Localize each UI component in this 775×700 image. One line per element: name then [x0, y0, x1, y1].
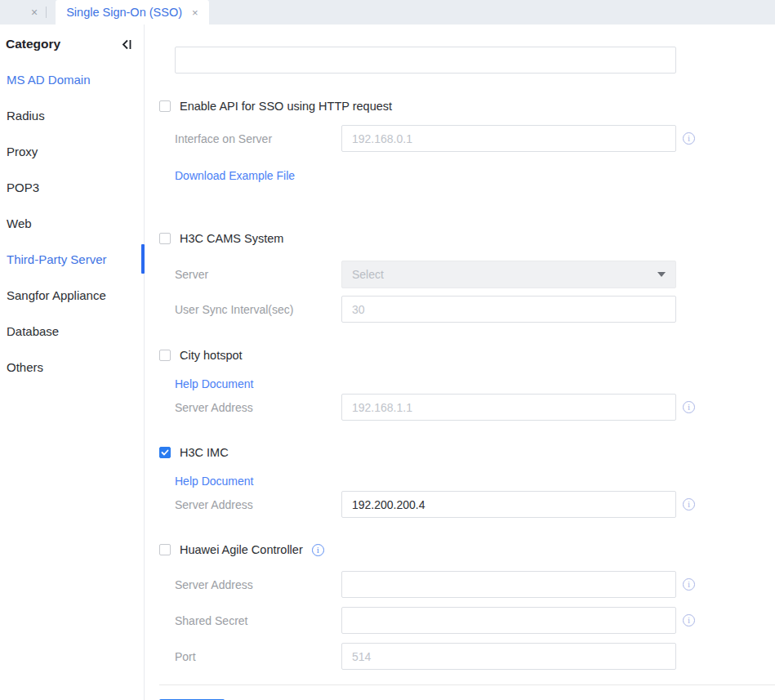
interface-on-server-label: Interface on Server [175, 132, 341, 145]
tab-bar: × Single Sign-On (SSO) × [0, 0, 775, 25]
city-hotspot-checkbox-row: City hotspot [159, 347, 775, 363]
enable-api-label: Enable API for SSO using HTTP request [180, 100, 392, 113]
huawei-port-row: Port [175, 643, 775, 670]
info-icon[interactable]: i [683, 401, 695, 413]
cams-server-row: Server Select [175, 261, 775, 288]
imc-checkbox[interactable] [159, 447, 171, 458]
sidebar-item-radius[interactable]: Radius [0, 97, 144, 133]
info-icon[interactable]: i [683, 614, 695, 626]
sidebar-item-label: Third-Party Server [7, 252, 107, 266]
sso-settings-form: Enable API for SSO using HTTP request In… [145, 25, 775, 700]
city-hotspot-checkbox[interactable] [159, 350, 171, 361]
download-example-file-link[interactable]: Download Example File [175, 169, 295, 182]
cams-server-select[interactable]: Select [341, 261, 676, 288]
huawei-secret-row: Shared Secret i [175, 607, 775, 634]
huawei-label: Huawei Agile Controller [180, 543, 303, 556]
cams-interval-input[interactable] [341, 296, 676, 323]
cams-label: H3C CAMS System [180, 232, 283, 245]
sidebar-item-label: Web [7, 216, 32, 230]
sidebar-items: MS AD Domain Radius Proxy POP3 Web Third… [0, 61, 144, 385]
info-icon[interactable]: i [312, 544, 324, 556]
city-hotspot-label: City hotspot [180, 349, 243, 362]
sidebar-item-others[interactable]: Others [0, 349, 144, 385]
imc-label: H3C IMC [180, 446, 229, 459]
huawei-port-label: Port [175, 650, 341, 663]
tab-label: Single Sign-On (SSO) [66, 6, 182, 19]
tab-single-sign-on[interactable]: Single Sign-On (SSO) × [56, 0, 208, 25]
cams-checkbox-row: H3C CAMS System [159, 230, 775, 247]
sidebar-item-label: Others [7, 360, 43, 374]
cams-interval-row: User Sync Interval(sec) [175, 296, 775, 323]
imc-address-input[interactable] [341, 491, 676, 518]
collapse-sidebar-icon[interactable] [121, 38, 133, 51]
huawei-checkbox[interactable] [159, 544, 171, 555]
sidebar-title: Category [6, 37, 60, 51]
imc-help-document-link[interactable]: Help Document [175, 475, 254, 488]
sidebar-item-sangfor-appliance[interactable]: Sangfor Appliance [0, 277, 144, 313]
interface-on-server-row: Interface on Server i [175, 125, 775, 152]
cams-server-label: Server [175, 268, 341, 281]
imc-address-label: Server Address [175, 498, 341, 511]
huawei-address-row: Server Address i [175, 571, 775, 598]
cams-checkbox[interactable] [159, 233, 171, 244]
sidebar-item-label: Proxy [7, 145, 38, 158]
huawei-secret-input[interactable] [341, 607, 676, 634]
city-help-document-link[interactable]: Help Document [175, 377, 254, 390]
sidebar-item-proxy[interactable]: Proxy [0, 133, 144, 169]
huawei-address-input[interactable] [341, 571, 676, 598]
sidebar-item-label: POP3 [7, 181, 39, 194]
sidebar-item-label: Database [7, 324, 59, 338]
sidebar-item-web[interactable]: Web [0, 205, 144, 241]
huawei-checkbox-row: Huawei Agile Controller i [159, 542, 775, 558]
enable-api-checkbox[interactable] [159, 100, 171, 112]
city-address-row: Server Address i [175, 394, 775, 421]
sidebar-item-label: Radius [7, 109, 45, 123]
sidebar-item-database[interactable]: Database [0, 313, 144, 349]
imc-address-row: Server Address i [175, 491, 775, 518]
close-icon[interactable]: × [31, 7, 38, 18]
huawei-port-input[interactable] [341, 643, 676, 670]
sidebar-item-pop3[interactable]: POP3 [0, 169, 144, 205]
sidebar-item-label: Sangfor Appliance [7, 288, 106, 302]
huawei-secret-label: Shared Secret [175, 614, 341, 627]
close-icon[interactable]: × [192, 7, 198, 18]
chevron-down-icon [657, 272, 666, 277]
sidebar-item-label: MS AD Domain [7, 73, 91, 87]
top-text-field[interactable] [175, 47, 676, 74]
tab-divider [46, 7, 47, 18]
cams-interval-label: User Sync Interval(sec) [175, 303, 341, 316]
sidebar-item-ms-ad-domain[interactable]: MS AD Domain [0, 61, 144, 97]
imc-checkbox-row: H3C IMC [159, 444, 775, 461]
info-icon[interactable]: i [683, 498, 695, 511]
interface-on-server-input[interactable] [341, 125, 676, 152]
city-address-input[interactable] [341, 394, 676, 421]
enable-api-checkbox-row: Enable API for SSO using HTTP request [159, 98, 775, 114]
form-divider [159, 684, 775, 685]
select-placeholder: Select [352, 268, 384, 281]
huawei-address-label: Server Address [175, 578, 341, 591]
category-sidebar: Category MS AD Domain Radius Proxy POP3 [0, 25, 145, 700]
sidebar-item-third-party-server[interactable]: Third-Party Server [0, 241, 144, 277]
info-icon[interactable]: i [683, 578, 695, 591]
info-icon[interactable]: i [683, 132, 695, 145]
city-address-label: Server Address [175, 401, 341, 414]
